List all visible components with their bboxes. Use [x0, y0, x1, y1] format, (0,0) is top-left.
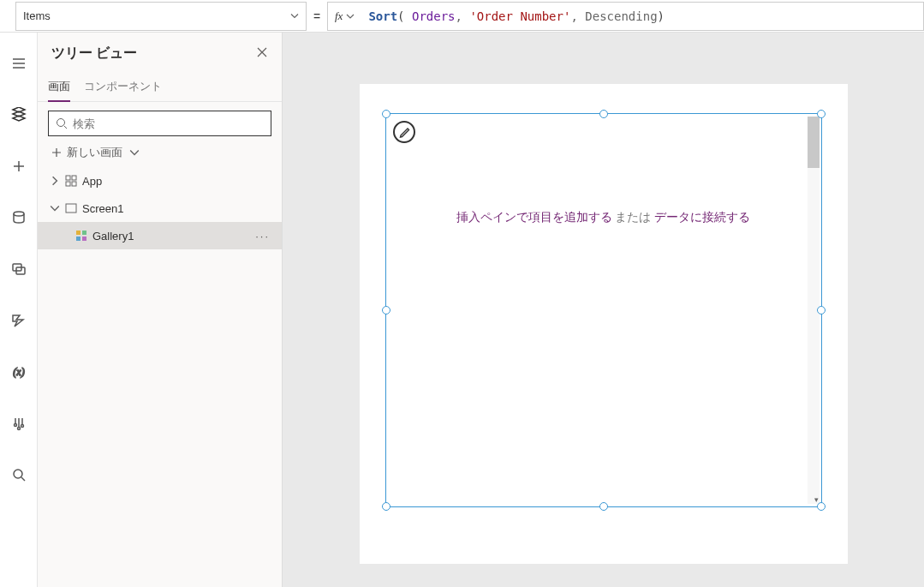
screen-artboard[interactable]: ▾ 挿入ペインで項目を追加する または データに接続する: [360, 84, 848, 564]
resize-handle-top[interactable]: [599, 110, 608, 118]
svg-rect-16: [76, 237, 80, 241]
new-screen-button[interactable]: 新しい画面: [38, 141, 282, 167]
tree-item-label: Gallery1: [92, 230, 134, 243]
gallery-icon: [75, 230, 87, 242]
more-icon[interactable]: ···: [255, 230, 270, 243]
search-input[interactable]: [48, 111, 271, 136]
formula-input[interactable]: Sort( Orders, 'Order Number', Descending…: [361, 2, 924, 31]
svg-point-0: [14, 212, 24, 216]
app-icon: [65, 175, 77, 187]
gallery-placeholder: 挿入ペインで項目を追加する または データに接続する: [386, 210, 821, 225]
svg-point-7: [14, 470, 22, 478]
close-icon[interactable]: [256, 46, 268, 61]
chevron-down-icon: [50, 202, 60, 214]
pencil-icon: [398, 126, 410, 138]
property-select[interactable]: Items: [15, 2, 307, 31]
tree-item-label: Screen1: [82, 202, 123, 215]
tree-title: ツリー ビュー: [51, 45, 137, 63]
svg-point-8: [57, 119, 65, 127]
formula-bar: Items = fx Sort( Orders, 'Order Number',…: [0, 0, 924, 33]
tab-components[interactable]: コンポーネント: [84, 74, 162, 101]
insert-icon[interactable]: [0, 149, 38, 183]
resize-handle-top-left[interactable]: [382, 110, 390, 118]
search-icon: [56, 117, 68, 129]
resize-handle-top-right[interactable]: [817, 110, 826, 118]
chevron-down-icon: [290, 9, 299, 22]
svg-point-6: [21, 425, 23, 428]
scrollbar-thumb[interactable]: [808, 117, 820, 168]
svg-rect-14: [76, 231, 80, 235]
screen-icon: [65, 202, 77, 214]
svg-rect-13: [66, 204, 76, 213]
svg-point-5: [17, 428, 20, 430]
svg-point-4: [14, 424, 16, 427]
hamburger-icon[interactable]: [0, 46, 38, 81]
svg-text:(x): (x): [13, 366, 24, 378]
svg-rect-10: [72, 176, 76, 180]
resize-handle-bottom[interactable]: [599, 502, 608, 511]
svg-rect-12: [72, 182, 76, 186]
connect-data-link[interactable]: データに接続する: [654, 210, 750, 224]
gallery-selection[interactable]: ▾ 挿入ペインで項目を追加する または データに接続する: [385, 113, 822, 507]
tree-view-icon[interactable]: [0, 98, 38, 132]
tree-item-label: App: [82, 175, 102, 188]
edit-gallery-button[interactable]: [393, 121, 415, 143]
fx-label: fx: [335, 9, 343, 23]
canvas[interactable]: ▾ 挿入ペインで項目を追加する または データに接続する: [283, 33, 924, 587]
resize-handle-left[interactable]: [382, 306, 390, 314]
search-icon[interactable]: [0, 458, 38, 492]
plus-icon: [51, 147, 62, 158]
svg-rect-17: [82, 237, 86, 241]
equals-label: =: [307, 9, 327, 23]
power-automate-icon[interactable]: [0, 303, 38, 338]
resize-handle-right[interactable]: [817, 306, 826, 314]
variables-icon[interactable]: (x): [0, 355, 38, 389]
tools-icon[interactable]: [0, 406, 38, 440]
search-field[interactable]: [73, 117, 264, 130]
nav-rail: (x): [0, 33, 38, 587]
resize-handle-bottom-right[interactable]: [817, 502, 826, 511]
data-icon[interactable]: [0, 201, 38, 235]
tree-item-screen1[interactable]: Screen1: [38, 195, 282, 222]
tree-item-gallery1[interactable]: Gallery1 ···: [38, 222, 282, 249]
placeholder-middle: または: [612, 210, 655, 224]
fx-dropdown[interactable]: fx: [327, 2, 361, 31]
svg-rect-9: [66, 176, 70, 180]
tree-view-panel: ツリー ビュー 画面 コンポーネント 新しい画面: [38, 33, 283, 587]
svg-rect-15: [82, 231, 86, 235]
svg-rect-11: [66, 182, 70, 186]
media-icon[interactable]: [0, 252, 38, 286]
add-from-insert-link[interactable]: 挿入ペインで項目を追加する: [456, 210, 612, 224]
property-name: Items: [23, 9, 51, 22]
resize-handle-bottom-left[interactable]: [382, 502, 390, 511]
tree-item-app[interactable]: App: [38, 167, 282, 195]
new-screen-label: 新しい画面: [67, 145, 122, 160]
tab-screens[interactable]: 画面: [48, 74, 70, 101]
chevron-down-icon: [346, 12, 355, 21]
chevron-right-icon: [50, 175, 60, 187]
chevron-down-icon: [129, 147, 140, 158]
